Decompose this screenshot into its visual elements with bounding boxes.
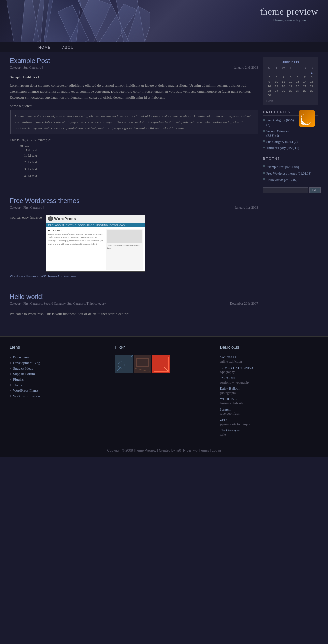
post1-ol: Li text Li text Li text Li text xyxy=(28,152,258,179)
footer-link-text[interactable]: WP Customization xyxy=(13,394,40,398)
cal-day: 14 xyxy=(301,79,308,84)
cat-bullet xyxy=(263,140,265,142)
wp-nav-bar: FILE ABOUT EXTEND DOCS BLOG HOSTING DOWN… xyxy=(46,223,145,227)
post2-title-link[interactable]: Free Wordpress themes xyxy=(10,197,79,204)
del-sub-graveyard: style xyxy=(220,433,226,436)
recent-text[interactable]: Free Wordpress themes [01.01.08] xyxy=(266,171,311,176)
cal-day: 3 xyxy=(273,75,280,79)
footer-link-item: Suggest Ideas xyxy=(10,366,108,370)
post-hello: Hello world! Category: First Category, S… xyxy=(10,293,258,324)
del-link[interactable]: SALON 23 xyxy=(220,355,318,359)
del-link[interactable]: WEDDING xyxy=(220,397,318,401)
search-input[interactable] xyxy=(263,187,308,193)
footer-link-text[interactable]: WordPress Planet xyxy=(13,388,38,392)
post1-ul-text: UL text xyxy=(20,144,258,148)
footer-link-item: Support Forum xyxy=(10,372,108,376)
cat-text[interactable]: First Category (RSS) (2) xyxy=(266,118,297,127)
post2-wp-link[interactable]: Wordpress themes xyxy=(10,274,36,278)
rss-icon xyxy=(299,110,318,130)
cal-day: 13 xyxy=(294,79,301,84)
del-item: Daisy Balloon photography xyxy=(220,386,318,395)
footer-link-text[interactable]: Suggest Ideas xyxy=(13,366,33,370)
del-link-graveyard[interactable]: The Graveyard xyxy=(220,428,318,432)
del-link[interactable]: TYCOON xyxy=(220,376,318,380)
cat-text[interactable]: Third category (RSS) (1) xyxy=(266,146,299,150)
flickr-thumb-2[interactable] xyxy=(134,355,151,373)
rss-icon-inner xyxy=(299,110,315,127)
post1-title-link[interactable]: Example Post xyxy=(10,57,50,64)
post3-title-link[interactable]: Hello world! xyxy=(10,293,44,300)
wp-nav-hosting: HOSTING xyxy=(96,224,108,227)
cal-day xyxy=(287,70,294,75)
footer-link-text[interactable]: Documentation xyxy=(13,355,35,359)
del-link[interactable]: Scratch xyxy=(220,407,318,411)
footer-link-themes[interactable]: Themes xyxy=(13,383,24,387)
footer-link-item: Plugins xyxy=(10,377,108,381)
site-tagline: Theme preview tagline xyxy=(260,18,318,22)
categories-widget: CATEGORIES First Category (RSS) (2) Seco… xyxy=(263,110,318,152)
post2-title: Free Wordpress themes xyxy=(10,197,258,204)
cal-day xyxy=(301,70,308,75)
recent-item: Hello world! [26.12.07] xyxy=(263,178,318,182)
cat-text[interactable]: Sub Category (RSS) (2) xyxy=(266,140,298,144)
footer-delicious-title: Del.icio.us xyxy=(220,345,318,352)
flickr-thumb-3[interactable] xyxy=(152,355,170,373)
cal-day: 30 xyxy=(266,93,273,98)
categories-container: CATEGORIES First Category (RSS) (2) Seco… xyxy=(263,110,318,152)
del-sub: japanese site for cirque xyxy=(220,422,250,426)
post2-content: You can easy find free WordPress FILE AB… xyxy=(10,215,258,272)
cat-text[interactable]: Second Category (RSS) (1) xyxy=(266,129,297,138)
cal-day: 22 xyxy=(308,84,315,89)
recent-item: Free Wordpress themes [01.01.08] xyxy=(263,171,318,176)
recent-text[interactable]: Example Post [02.01.08] xyxy=(266,165,299,169)
recent-bullet xyxy=(263,178,265,180)
del-link[interactable]: Daisy Balloon xyxy=(220,386,318,390)
navigation: HOME ABOUT xyxy=(0,42,328,52)
search-button[interactable]: GO xyxy=(309,187,321,193)
header-graphic xyxy=(0,0,150,42)
footer-link-text[interactable]: Support Forum xyxy=(13,372,35,376)
cal-prev[interactable]: « Jan xyxy=(266,99,273,103)
cal-day xyxy=(273,70,280,75)
footer-flickr-title: Flickr xyxy=(115,345,213,352)
wp-nav-file: FILE xyxy=(48,224,53,227)
flickr-images xyxy=(115,355,213,373)
cal-th-s1: S xyxy=(301,66,308,70)
wp-welcome-text: WE.COME xyxy=(48,229,104,232)
post2-meta: Category: First Category | January 1st, … xyxy=(10,206,258,211)
wp-body-text: WordPress is a state-of-the-art semantic… xyxy=(48,233,104,246)
nav-about[interactable]: ABOUT xyxy=(60,44,79,51)
footer-link-item: Documentation xyxy=(10,355,108,359)
wp-left-col: WE.COME WordPress is a state-of-the-art … xyxy=(48,229,104,270)
footer-link-bullet xyxy=(10,362,11,364)
footer-liens: Liens Documentation Development Blog Sug… xyxy=(10,345,108,439)
recent-text[interactable]: Hello world! [26.12.07] xyxy=(266,178,298,182)
del-item: WEDDING business flash site xyxy=(220,397,318,406)
cal-day: 18 xyxy=(280,84,287,89)
post1-lists: UL text OL text Li text Li text Li text … xyxy=(10,144,258,179)
footer-link-text[interactable]: Development Blog xyxy=(13,361,40,365)
del-link[interactable]: ZED xyxy=(220,418,318,422)
calendar-grid: M T W T F S S 1 2345678 9101112131415 16… xyxy=(266,66,315,98)
recent-bullet xyxy=(263,165,265,167)
cal-day: 29 xyxy=(308,89,315,93)
wp-nav-docs: DOCS xyxy=(78,224,85,227)
post1-category: Category: Sub Category | xyxy=(10,66,43,69)
calendar-month: June 2008 xyxy=(266,60,315,64)
footer-link-text[interactable]: Plugins xyxy=(13,377,24,381)
list-item: Li text xyxy=(28,173,258,179)
post3-date: December 26th, 2007 xyxy=(230,302,258,305)
cal-day: 8 xyxy=(308,75,315,79)
wp-right-col: WordPress resources and community links. xyxy=(106,229,143,270)
cal-day: 4 xyxy=(280,75,287,79)
flickr-thumb-1[interactable] xyxy=(115,355,133,373)
post-wordpress: Free Wordpress themes Category: First Ca… xyxy=(10,197,258,285)
svg-rect-3 xyxy=(134,355,151,373)
cal-day xyxy=(287,93,294,98)
flickr-svg-3 xyxy=(152,355,170,373)
wp-nav-extend: EXTEND xyxy=(66,224,76,227)
cal-day xyxy=(280,70,287,75)
cal-day xyxy=(308,93,315,98)
del-link[interactable]: TOMOYUKI YONEZU xyxy=(220,366,318,370)
nav-home[interactable]: HOME xyxy=(36,44,53,51)
